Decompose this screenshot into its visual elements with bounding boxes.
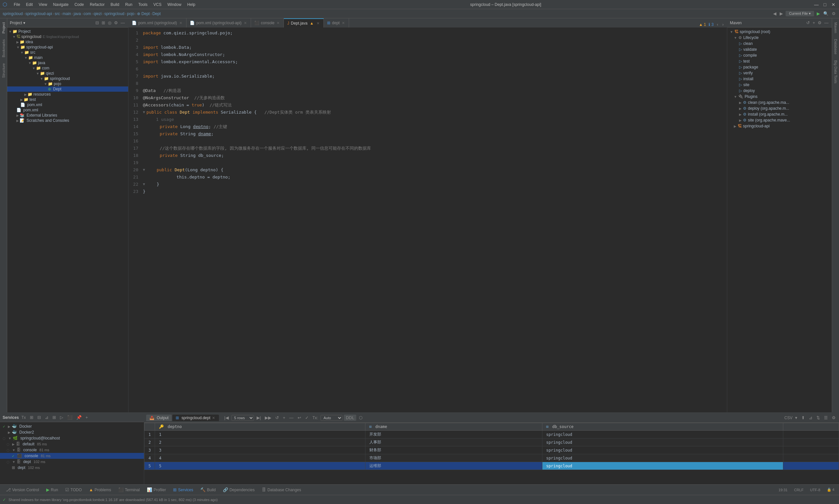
add-row-icon[interactable]: + xyxy=(281,415,287,421)
run-menu[interactable]: Run xyxy=(123,2,135,7)
tab-close-button[interactable]: ✕ xyxy=(341,21,346,25)
tx-mode-selector[interactable]: Auto Manual xyxy=(320,415,343,421)
maven-goal-package[interactable]: ▷ package xyxy=(727,64,832,70)
bookmarks-tab[interactable]: Bookmarks xyxy=(1,37,6,60)
dept-tree-item[interactable]: ⊕ Dept xyxy=(7,87,128,92)
table-tab[interactable]: ⊞ springcloud.dept ✕ xyxy=(172,415,219,421)
edit-menu[interactable]: Edit xyxy=(23,2,35,7)
tree-item[interactable]: ▼ 🏗 springcloud E:\logback\springcloud xyxy=(7,34,128,39)
tree-item[interactable]: ▶ 📁 test xyxy=(7,97,128,102)
services-default[interactable]: ◌ ▶ 🗄 default 85 ms xyxy=(0,441,144,447)
services-console-sub[interactable]: ✓ ⬛ console 81 ms xyxy=(0,453,144,459)
delete-row-icon[interactable]: — xyxy=(288,415,295,421)
table-row-selected[interactable]: 5 5 运维部 springcloud xyxy=(144,462,839,470)
maven-item[interactable]: ▼ 🏗 springcloud (root) xyxy=(727,29,832,35)
view-settings-icon[interactable]: ☰ xyxy=(823,415,829,421)
table-row[interactable]: 2 2 人事部 springcloud xyxy=(144,438,839,446)
big-data-tools-tab[interactable]: Big Data Tools xyxy=(833,58,839,86)
db-settings-icon[interactable]: ⚙ xyxy=(831,415,837,421)
tree-item[interactable]: 📄 pom.xml xyxy=(7,107,128,113)
tab-dept-java[interactable]: J Dept.java ▲ ✕ xyxy=(284,18,324,28)
tree-item[interactable]: ▶ 📁 idea xyxy=(7,39,128,44)
maven-goal-compile[interactable]: ▷ compile xyxy=(727,52,832,58)
scroll-right-icon[interactable]: › xyxy=(722,21,724,28)
line-col-status[interactable]: 19:31 xyxy=(776,487,789,492)
dname-cell[interactable]: 开发部 xyxy=(365,431,542,438)
branch-status[interactable]: 🔒 4 xyxy=(825,487,836,492)
maven-plugin-clean[interactable]: ▶ ⚙ clean (org.apache.ma... xyxy=(727,100,832,105)
scratches-tree-item[interactable]: ▶ 📝 Scratches and Consoles xyxy=(7,118,128,123)
project-tab[interactable]: Project xyxy=(1,20,6,36)
todo-button[interactable]: ☑ TODO xyxy=(62,486,85,493)
breadcrumb-main[interactable]: main xyxy=(63,12,71,16)
services-springcloud[interactable]: ◌ ▼ 🌿 springcloud@localhost xyxy=(0,435,144,441)
db-source-cell[interactable]: springcloud xyxy=(542,431,783,438)
maven-goal-clean[interactable]: ▷ clean xyxy=(727,41,832,47)
profiler-button[interactable]: 📊 Profiler xyxy=(143,486,169,493)
minimize-button[interactable]: — xyxy=(814,2,819,7)
maven-refresh-icon[interactable]: ↺ xyxy=(806,20,810,26)
maven-goal-install[interactable]: ▷ install xyxy=(727,76,832,82)
dname-cell[interactable]: 财务部 xyxy=(365,446,542,454)
build-menu[interactable]: Build xyxy=(108,2,122,7)
services-dept[interactable]: ◌ ▼ 🗄 dept 102 ms xyxy=(0,459,144,465)
link-icon[interactable]: ⬡ xyxy=(357,415,364,421)
db-source-cell[interactable]: springcloud xyxy=(542,454,783,462)
services-filter-icon[interactable]: ⊞ xyxy=(51,414,57,420)
maven-plugins[interactable]: ▼ 🔌 Plugins xyxy=(727,94,832,100)
services-run-all-icon[interactable]: ▷ xyxy=(59,414,65,420)
version-control-button[interactable]: ⎇ Version Control xyxy=(3,486,42,493)
tab-close-button[interactable]: ✕ xyxy=(243,21,247,25)
services-button[interactable]: ⊞ Services xyxy=(170,486,196,493)
revert-icon[interactable]: ↩ xyxy=(296,415,302,421)
deptno-cell[interactable]: 4 xyxy=(155,454,365,462)
tree-item[interactable]: ▼ 📁 main xyxy=(7,55,128,60)
breadcrumb-java[interactable]: java xyxy=(74,12,81,16)
tab-close-button[interactable]: ✕ xyxy=(211,416,216,420)
maven-goal-validate[interactable]: ▷ validate xyxy=(727,47,832,52)
fold-icon[interactable]: ▼ xyxy=(143,109,145,116)
maven-plugin-install[interactable]: ▶ ⚙ install (org.apache.m... xyxy=(727,111,832,117)
maven-plugin-site[interactable]: ▶ ⚙ site (org.apache.mave... xyxy=(727,117,832,123)
rows-selector[interactable]: 5 rows 10 rows 20 rows xyxy=(231,415,254,421)
table-row[interactable]: 3 3 财务部 springcloud xyxy=(144,446,839,454)
tree-item[interactable]: ▼ 📁 qiezi xyxy=(7,71,128,76)
nav-forward-icon[interactable]: ▶ xyxy=(779,11,784,17)
maven-goal-test[interactable]: ▷ test xyxy=(727,58,832,64)
navigate-menu[interactable]: Navigate xyxy=(51,2,71,7)
maven-collapse-icon[interactable]: — xyxy=(824,20,829,26)
maven-side-tab[interactable]: Maven xyxy=(833,20,839,36)
tree-item[interactable]: ▼ 📁 java xyxy=(7,60,128,66)
tab-close-button[interactable]: ✕ xyxy=(316,21,320,26)
encoding-status[interactable]: UTF-8 xyxy=(808,487,822,492)
locate-icon[interactable]: ◎ xyxy=(107,20,112,26)
tree-item[interactable]: ▶ 📁 resources xyxy=(7,92,128,97)
view-menu[interactable]: View xyxy=(36,2,50,7)
breadcrumb-com[interactable]: com xyxy=(84,12,91,16)
services-group-icon[interactable]: ⊟ xyxy=(36,414,42,420)
maven-plugin-deploy[interactable]: ▶ ⚙ deploy (org.apache.m... xyxy=(727,105,832,111)
run-icon[interactable]: ▶ xyxy=(816,11,821,17)
last-page-icon[interactable]: ▶▶ xyxy=(263,415,273,421)
dependencies-button[interactable]: 🔗 Dependencies xyxy=(220,486,258,493)
export-down-icon[interactable]: ▾ xyxy=(794,415,799,421)
tree-item[interactable]: ▼ 📁 com xyxy=(7,66,128,71)
maximize-button[interactable]: □ xyxy=(822,2,828,7)
tab-close-button[interactable]: ✕ xyxy=(179,21,183,25)
dname-cell[interactable]: 人事部 xyxy=(365,438,542,446)
services-stop-icon[interactable]: ⬛ xyxy=(66,414,74,420)
ddl-button[interactable]: DDL xyxy=(344,415,356,421)
tab-pom-api[interactable]: 📄 pom.xml (springcloud-api) ✕ xyxy=(187,18,251,28)
expand-all-icon[interactable]: ⊞ xyxy=(101,20,106,26)
breadcrumb-api[interactable]: springcloud-api xyxy=(25,12,52,16)
deptno-header[interactable]: 🔑 deptno xyxy=(155,423,365,431)
help-menu[interactable]: Help xyxy=(185,2,198,7)
gear-icon[interactable]: ⚙ xyxy=(113,20,119,26)
nav-back-icon[interactable]: ◀ xyxy=(772,11,777,17)
services-pin-icon[interactable]: 📌 xyxy=(75,414,83,420)
collapse-all-icon[interactable]: ⊟ xyxy=(95,20,100,26)
services-docker[interactable]: ✓ ▶ 🐳 Docker xyxy=(0,424,144,429)
file-menu[interactable]: File xyxy=(11,2,23,7)
sort-icon[interactable]: ⇅ xyxy=(815,415,821,421)
scroll-left-icon[interactable]: ‹ xyxy=(716,21,719,28)
